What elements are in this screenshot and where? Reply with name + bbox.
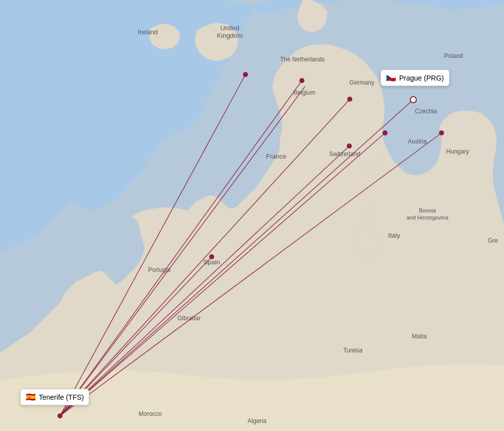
gibraltar-label: Gibraltar <box>177 315 201 322</box>
svg-point-13 <box>347 143 352 149</box>
morocco-label: Morocco <box>139 410 162 417</box>
germany-label: Germany <box>349 79 374 86</box>
tenerife-airport-label[interactable]: 🇪🇸 Tenerife (TFS) <box>20 389 89 405</box>
poland-label: Poland <box>444 52 463 59</box>
spain-label: Spain <box>203 258 220 266</box>
italy-label: Italy <box>388 232 400 239</box>
austria-label: Austria <box>408 138 427 145</box>
tunisia-label: Tunisia <box>343 347 363 354</box>
portugal-label: Portugal <box>148 266 171 273</box>
bosnia-label: Bosnia <box>419 207 436 213</box>
hungary-label: Hungary <box>446 148 469 155</box>
svg-point-10 <box>243 72 248 77</box>
czechia-label: Czechia <box>415 108 437 115</box>
svg-text:Kingdom: Kingdom <box>217 32 242 39</box>
svg-point-15 <box>439 130 444 135</box>
algeria-label: Algeria <box>247 417 267 424</box>
svg-point-17 <box>410 97 416 103</box>
prague-airport-label[interactable]: 🇨🇿 Prague (PRG) <box>381 69 450 86</box>
greece-label: Gre <box>488 237 498 244</box>
uk-label: United <box>220 24 239 32</box>
svg-point-18 <box>57 413 62 418</box>
spain-flag: 🇪🇸 <box>26 392 36 402</box>
malta-label: Malta <box>412 333 427 340</box>
france-label: France <box>266 153 286 160</box>
switzerland-label: Switzerland <box>329 151 360 158</box>
czech-flag: 🇨🇿 <box>386 73 396 83</box>
svg-point-14 <box>383 130 388 135</box>
belgium-label: Belgium <box>293 89 315 96</box>
prague-airport-text: Prague (PRG) <box>399 74 444 82</box>
svg-point-11 <box>299 78 304 83</box>
netherlands-label: The Netherlands <box>280 56 325 63</box>
map-container: Ireland United Kingdom The Netherlands P… <box>0 0 504 431</box>
svg-point-12 <box>347 97 352 102</box>
tenerife-airport-text: Tenerife (TFS) <box>39 393 84 401</box>
ireland-label: Ireland <box>138 28 158 36</box>
svg-text:and Herzegovina: and Herzegovina <box>406 214 449 221</box>
